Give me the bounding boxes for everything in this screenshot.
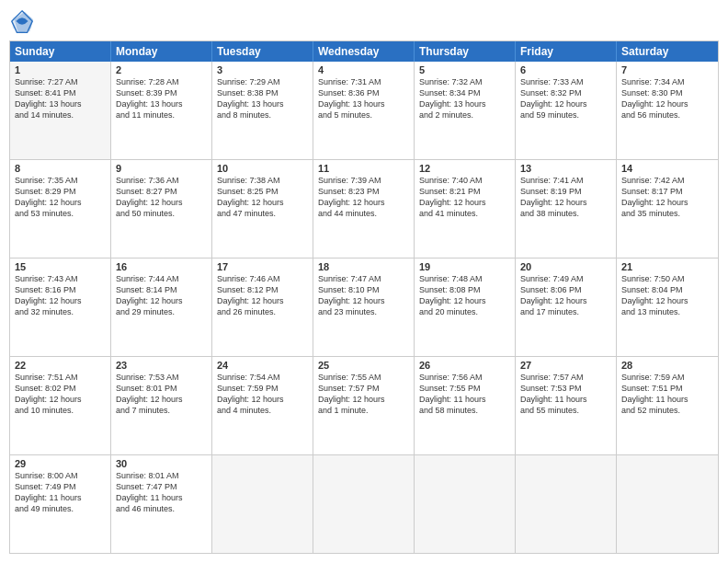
day-number: 20 <box>520 261 611 272</box>
calendar-cell: 16Sunrise: 7:44 AMSunset: 8:14 PMDayligh… <box>111 259 212 356</box>
calendar-cell: 1Sunrise: 7:27 AMSunset: 8:41 PMDaylight… <box>10 62 111 159</box>
calendar-cell <box>313 455 415 553</box>
calendar-cell: 3Sunrise: 7:29 AMSunset: 8:38 PMDaylight… <box>212 62 313 159</box>
day-number: 2 <box>116 64 207 75</box>
header <box>9 9 719 35</box>
cell-content: Sunrise: 7:49 AMSunset: 8:06 PMDaylight:… <box>520 273 611 318</box>
calendar-cell: 29Sunrise: 8:00 AMSunset: 7:49 PMDayligh… <box>10 455 111 553</box>
calendar-cell: 25Sunrise: 7:55 AMSunset: 7:57 PMDayligh… <box>313 357 415 454</box>
cell-content: Sunrise: 7:41 AMSunset: 8:19 PMDaylight:… <box>520 175 611 220</box>
calendar-row-3: 22Sunrise: 7:51 AMSunset: 8:02 PMDayligh… <box>10 356 718 454</box>
calendar-cell: 18Sunrise: 7:47 AMSunset: 8:10 PMDayligh… <box>313 259 415 356</box>
header-day-friday: Friday <box>516 41 617 62</box>
calendar-cell <box>617 455 718 553</box>
header-day-wednesday: Wednesday <box>313 41 415 62</box>
calendar-cell: 20Sunrise: 7:49 AMSunset: 8:06 PMDayligh… <box>516 259 617 356</box>
day-number: 19 <box>419 261 510 272</box>
cell-content: Sunrise: 7:47 AMSunset: 8:10 PMDaylight:… <box>318 273 409 318</box>
day-number: 26 <box>419 360 510 371</box>
cell-content: Sunrise: 7:53 AMSunset: 8:01 PMDaylight:… <box>116 372 207 417</box>
calendar-cell: 24Sunrise: 7:54 AMSunset: 7:59 PMDayligh… <box>212 357 313 454</box>
calendar-cell: 12Sunrise: 7:40 AMSunset: 8:21 PMDayligh… <box>415 160 516 258</box>
calendar-cell <box>415 455 516 553</box>
cell-content: Sunrise: 7:55 AMSunset: 7:57 PMDaylight:… <box>318 372 409 417</box>
day-number: 27 <box>520 360 611 371</box>
cell-content: Sunrise: 7:27 AMSunset: 8:41 PMDaylight:… <box>15 76 106 121</box>
cell-content: Sunrise: 7:34 AMSunset: 8:30 PMDaylight:… <box>621 76 713 121</box>
calendar-cell: 15Sunrise: 7:43 AMSunset: 8:16 PMDayligh… <box>10 259 111 356</box>
day-number: 23 <box>116 360 207 371</box>
cell-content: Sunrise: 7:50 AMSunset: 8:04 PMDaylight:… <box>621 273 713 318</box>
logo-icon <box>9 9 35 35</box>
header-day-saturday: Saturday <box>617 41 718 62</box>
cell-content: Sunrise: 7:51 AMSunset: 8:02 PMDaylight:… <box>15 372 106 417</box>
cell-content: Sunrise: 7:57 AMSunset: 7:53 PMDaylight:… <box>520 372 611 417</box>
cell-content: Sunrise: 7:42 AMSunset: 8:17 PMDaylight:… <box>621 175 713 220</box>
calendar-cell: 4Sunrise: 7:31 AMSunset: 8:36 PMDaylight… <box>313 62 415 159</box>
day-number: 24 <box>217 360 308 371</box>
calendar-cell: 26Sunrise: 7:56 AMSunset: 7:55 PMDayligh… <box>415 357 516 454</box>
cell-content: Sunrise: 7:35 AMSunset: 8:29 PMDaylight:… <box>15 175 106 220</box>
header-day-monday: Monday <box>111 41 212 62</box>
cell-content: Sunrise: 7:44 AMSunset: 8:14 PMDaylight:… <box>116 273 207 318</box>
calendar-header: SundayMondayTuesdayWednesdayThursdayFrid… <box>10 41 718 62</box>
day-number: 10 <box>217 163 308 174</box>
day-number: 18 <box>318 261 409 272</box>
day-number: 5 <box>419 64 510 75</box>
calendar-cell: 22Sunrise: 7:51 AMSunset: 8:02 PMDayligh… <box>10 357 111 454</box>
cell-content: Sunrise: 7:56 AMSunset: 7:55 PMDaylight:… <box>419 372 510 417</box>
calendar-cell: 13Sunrise: 7:41 AMSunset: 8:19 PMDayligh… <box>516 160 617 258</box>
calendar-cell: 23Sunrise: 7:53 AMSunset: 8:01 PMDayligh… <box>111 357 212 454</box>
calendar-cell: 11Sunrise: 7:39 AMSunset: 8:23 PMDayligh… <box>313 160 415 258</box>
day-number: 22 <box>15 360 106 371</box>
logo <box>9 9 39 35</box>
day-number: 30 <box>116 458 207 469</box>
cell-content: Sunrise: 8:01 AMSunset: 7:47 PMDaylight:… <box>116 470 207 515</box>
calendar-cell <box>212 455 313 553</box>
calendar-cell: 2Sunrise: 7:28 AMSunset: 8:39 PMDaylight… <box>111 62 212 159</box>
calendar-cell: 28Sunrise: 7:59 AMSunset: 7:51 PMDayligh… <box>617 357 718 454</box>
calendar-body: 1Sunrise: 7:27 AMSunset: 8:41 PMDaylight… <box>10 62 718 553</box>
calendar-cell: 14Sunrise: 7:42 AMSunset: 8:17 PMDayligh… <box>617 160 718 258</box>
day-number: 6 <box>520 64 611 75</box>
header-day-tuesday: Tuesday <box>212 41 313 62</box>
cell-content: Sunrise: 7:31 AMSunset: 8:36 PMDaylight:… <box>318 76 409 121</box>
calendar-cell: 8Sunrise: 7:35 AMSunset: 8:29 PMDaylight… <box>10 160 111 258</box>
calendar-cell: 30Sunrise: 8:01 AMSunset: 7:47 PMDayligh… <box>111 455 212 553</box>
day-number: 16 <box>116 261 207 272</box>
day-number: 1 <box>15 64 106 75</box>
cell-content: Sunrise: 7:28 AMSunset: 8:39 PMDaylight:… <box>116 76 207 121</box>
calendar-row-0: 1Sunrise: 7:27 AMSunset: 8:41 PMDaylight… <box>10 62 718 159</box>
day-number: 3 <box>217 64 308 75</box>
calendar-cell: 5Sunrise: 7:32 AMSunset: 8:34 PMDaylight… <box>415 62 516 159</box>
day-number: 11 <box>318 163 409 174</box>
day-number: 14 <box>621 163 713 174</box>
cell-content: Sunrise: 7:39 AMSunset: 8:23 PMDaylight:… <box>318 175 409 220</box>
day-number: 15 <box>15 261 106 272</box>
day-number: 13 <box>520 163 611 174</box>
cell-content: Sunrise: 7:36 AMSunset: 8:27 PMDaylight:… <box>116 175 207 220</box>
calendar-cell: 21Sunrise: 7:50 AMSunset: 8:04 PMDayligh… <box>617 259 718 356</box>
calendar-cell: 27Sunrise: 7:57 AMSunset: 7:53 PMDayligh… <box>516 357 617 454</box>
day-number: 4 <box>318 64 409 75</box>
day-number: 7 <box>621 64 713 75</box>
calendar-cell: 17Sunrise: 7:46 AMSunset: 8:12 PMDayligh… <box>212 259 313 356</box>
header-day-sunday: Sunday <box>10 41 111 62</box>
calendar: SundayMondayTuesdayWednesdayThursdayFrid… <box>9 40 719 554</box>
page: SundayMondayTuesdayWednesdayThursdayFrid… <box>0 0 728 563</box>
calendar-cell: 6Sunrise: 7:33 AMSunset: 8:32 PMDaylight… <box>516 62 617 159</box>
calendar-cell <box>516 455 617 553</box>
cell-content: Sunrise: 7:46 AMSunset: 8:12 PMDaylight:… <box>217 273 308 318</box>
cell-content: Sunrise: 7:48 AMSunset: 8:08 PMDaylight:… <box>419 273 510 318</box>
calendar-cell: 19Sunrise: 7:48 AMSunset: 8:08 PMDayligh… <box>415 259 516 356</box>
cell-content: Sunrise: 7:29 AMSunset: 8:38 PMDaylight:… <box>217 76 308 121</box>
calendar-row-1: 8Sunrise: 7:35 AMSunset: 8:29 PMDaylight… <box>10 159 718 258</box>
day-number: 21 <box>621 261 713 272</box>
cell-content: Sunrise: 8:00 AMSunset: 7:49 PMDaylight:… <box>15 470 106 515</box>
day-number: 29 <box>15 458 106 469</box>
cell-content: Sunrise: 7:32 AMSunset: 8:34 PMDaylight:… <box>419 76 510 121</box>
day-number: 12 <box>419 163 510 174</box>
cell-content: Sunrise: 7:59 AMSunset: 7:51 PMDaylight:… <box>621 372 713 417</box>
calendar-cell: 10Sunrise: 7:38 AMSunset: 8:25 PMDayligh… <box>212 160 313 258</box>
cell-content: Sunrise: 7:40 AMSunset: 8:21 PMDaylight:… <box>419 175 510 220</box>
